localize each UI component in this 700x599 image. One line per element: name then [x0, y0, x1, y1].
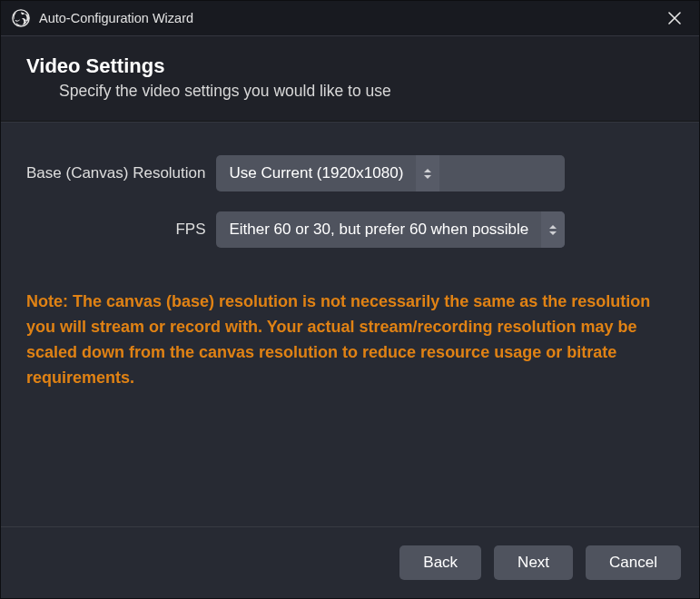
wizard-footer: Back Next Cancel [1, 526, 699, 598]
settings-form: Base (Canvas) Resolution Use Current (19… [26, 155, 674, 248]
wizard-window: Auto-Configuration Wizard Video Settings… [0, 0, 700, 599]
cancel-button[interactable]: Cancel [586, 545, 681, 580]
page-header: Video Settings Specify the video setting… [1, 35, 699, 122]
fps-value: Either 60 or 30, but prefer 60 when poss… [216, 211, 541, 248]
page-subtitle: Specify the video settings you would lik… [59, 82, 674, 101]
fps-label: FPS [26, 221, 205, 239]
window-title: Auto-Configuration Wizard [39, 11, 650, 25]
resolution-note: Note: The canvas (base) resolution is no… [26, 290, 664, 391]
obs-icon [12, 9, 30, 27]
chevron-up-icon [424, 169, 431, 172]
close-button[interactable] [659, 5, 690, 31]
resolution-select[interactable]: Use Current (1920x1080) [216, 155, 565, 191]
chevron-up-icon [549, 225, 557, 229]
fps-select[interactable]: Either 60 or 30, but prefer 60 when poss… [216, 211, 565, 248]
fps-stepper[interactable] [541, 211, 565, 248]
chevron-down-icon [549, 231, 557, 235]
next-button[interactable]: Next [494, 545, 573, 580]
svg-point-0 [13, 10, 29, 26]
chevron-down-icon [424, 175, 431, 179]
resolution-stepper[interactable] [416, 155, 439, 191]
content-area: Base (Canvas) Resolution Use Current (19… [1, 122, 699, 526]
close-icon [668, 12, 681, 25]
resolution-label: Base (Canvas) Resolution [26, 164, 205, 182]
page-title: Video Settings [26, 54, 674, 78]
titlebar: Auto-Configuration Wizard [1, 1, 699, 35]
resolution-value: Use Current (1920x1080) [216, 155, 416, 191]
back-button[interactable]: Back [399, 545, 481, 580]
